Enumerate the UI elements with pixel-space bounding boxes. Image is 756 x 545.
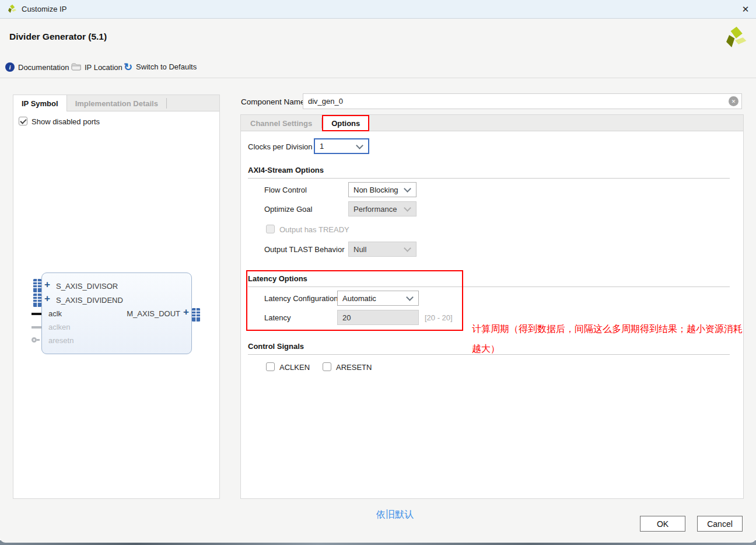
flow-control-label: Flow Control — [264, 186, 307, 194]
axi4-stream-options-header: AXI4-Stream Options — [248, 166, 730, 179]
chevron-down-icon — [406, 294, 414, 301]
output-tlast-behavior-label: Output TLAST Behavior — [264, 245, 345, 254]
axi-bus-icon — [192, 308, 200, 324]
reset-port-icon — [32, 337, 37, 343]
latency-configuration-value: Automatic — [342, 294, 376, 303]
latency-range-hint: [20 - 20] — [425, 313, 453, 322]
left-tab-strip: IP Symbol Implementation Details — [13, 95, 219, 111]
clear-icon[interactable]: ✕ — [729, 96, 738, 106]
latency-configuration-dropdown[interactable]: Automatic — [337, 291, 419, 306]
component-name-input[interactable] — [303, 93, 742, 109]
switch-to-defaults-label: Switch to Defaults — [136, 62, 197, 71]
page-title: Divider Generator (5.1) — [9, 32, 107, 42]
documentation-label: Documentation — [18, 63, 69, 72]
refresh-icon: ↻ — [124, 63, 132, 71]
options-panel: Channel Settings Options Clocks per Divi… — [240, 114, 744, 499]
flow-control-dropdown[interactable]: Non Blocking — [348, 182, 416, 197]
expand-port-icon[interactable]: + — [183, 308, 189, 316]
show-disabled-ports-label: Show disabled ports — [32, 117, 100, 126]
expand-port-icon[interactable]: + — [44, 281, 50, 289]
documentation-button[interactable]: i Documentation — [5, 62, 69, 72]
output-tlast-behavior-dropdown: Null — [348, 242, 416, 257]
chevron-down-icon — [356, 142, 363, 149]
tab-channel-settings[interactable]: Channel Settings — [241, 115, 321, 131]
title-bar[interactable]: Customize IP ✕ — [0, 0, 756, 19]
screen: Customize IP ✕ Divider Generator (5.1) i… — [0, 0, 756, 545]
port-aresetn: aresetn — [48, 336, 74, 345]
info-icon: i — [5, 62, 15, 72]
port-s-axis-dividend: S_AXIS_DIVIDEND — [56, 296, 123, 305]
window-title: Customize IP — [22, 5, 66, 13]
expand-port-icon[interactable]: + — [44, 295, 50, 303]
tab-ip-symbol-label: IP Symbol — [22, 99, 58, 108]
output-has-tready-checkbox — [266, 225, 275, 233]
output-tlast-behavior-value: Null — [354, 245, 366, 254]
customize-ip-window: Customize IP ✕ Divider Generator (5.1) i… — [0, 0, 756, 543]
ip-location-label: IP Location — [85, 63, 123, 72]
switch-to-defaults-button[interactable]: ↻ Switch to Defaults — [124, 62, 197, 71]
axi-bus-icon — [33, 279, 41, 295]
output-has-tready-label: Output has TREADY — [279, 225, 349, 234]
footer-annotation: 依旧默认 — [376, 509, 414, 521]
tab-implementation-details-label: Implementation Details — [75, 99, 158, 108]
chevron-down-icon — [404, 204, 411, 212]
tab-channel-settings-label: Channel Settings — [250, 119, 312, 128]
app-logo-icon — [7, 4, 17, 16]
latency-annotation-line1: 计算周期（得到数据后，间隔这么多周期得到结果；越小资源消耗 — [472, 323, 743, 336]
latency-configuration-label: Latency Configuration — [264, 294, 338, 303]
clocks-per-division-dropdown[interactable]: 1 — [314, 138, 369, 154]
port-s-axis-divisor: S_AXIS_DIVISOR — [56, 282, 118, 291]
latency-input — [337, 310, 419, 325]
port-aclken: aclken — [48, 323, 71, 331]
tab-options[interactable]: Options — [322, 115, 369, 131]
check-icon — [20, 117, 26, 124]
disabled-stub — [32, 326, 41, 329]
tab-ip-symbol[interactable]: IP Symbol — [13, 95, 67, 111]
cancel-button[interactable]: Cancel — [697, 516, 743, 532]
port-aclk: aclk — [48, 309, 62, 318]
xilinx-logo-icon — [723, 26, 748, 53]
clocks-per-division-value: 1 — [320, 142, 324, 151]
ip-location-button[interactable]: IP Location — [71, 62, 123, 72]
show-disabled-ports-checkbox[interactable] — [19, 117, 27, 125]
folder-icon — [71, 62, 81, 72]
ok-button[interactable]: OK — [640, 516, 685, 532]
latency-options-header: Latency Options — [248, 274, 730, 287]
aclken-label: ACLKEN — [279, 363, 310, 372]
optimize-goal-value: Performance — [354, 205, 397, 214]
close-icon[interactable]: ✕ — [735, 0, 756, 18]
aresetn-checkbox[interactable] — [323, 362, 331, 371]
axi-bus-icon — [33, 294, 41, 309]
optimize-goal-dropdown: Performance — [348, 201, 416, 216]
tab-options-label: Options — [331, 119, 360, 128]
ip-symbol-panel: IP Symbol Implementation Details Show di… — [13, 95, 220, 499]
flow-control-value: Non Blocking — [354, 186, 398, 194]
component-name-label: Component Name — [241, 97, 305, 106]
tab-strip-line — [241, 131, 743, 131]
aclken-checkbox[interactable] — [266, 362, 275, 371]
latency-annotation-line2: 越大） — [472, 343, 500, 355]
tab-separator — [166, 98, 167, 109]
clocks-per-division-label: Clocks per Division — [248, 142, 313, 151]
reset-port-tail — [37, 339, 40, 341]
chevron-down-icon — [404, 244, 411, 252]
port-m-axis-dout: M_AXIS_DOUT — [113, 309, 180, 318]
clock-stub — [32, 313, 41, 315]
right-tab-strip: Channel Settings Options — [241, 115, 743, 131]
chevron-down-icon — [404, 185, 411, 193]
aresetn-label: ARESETN — [336, 363, 372, 372]
optimize-goal-label: Optimize Goal — [264, 205, 312, 214]
header-divider — [0, 78, 756, 78]
tab-implementation-details[interactable]: Implementation Details — [67, 95, 166, 111]
latency-label: Latency — [264, 313, 291, 322]
